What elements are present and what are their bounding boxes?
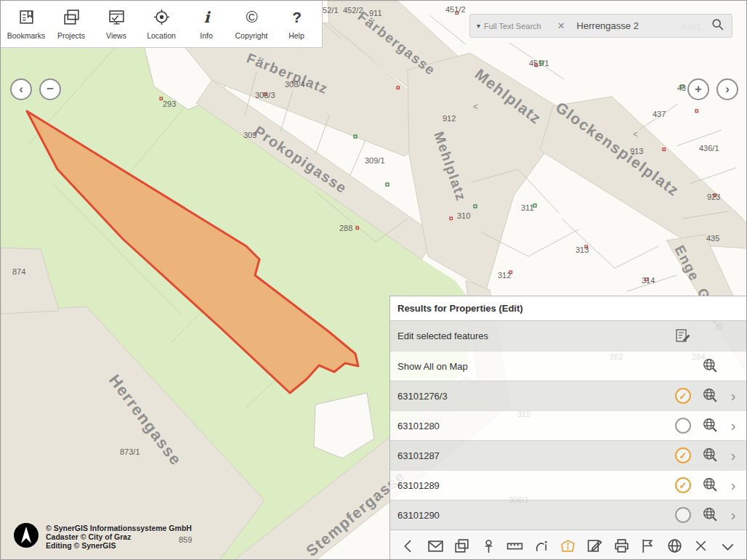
parcel-label: 314 [642, 276, 655, 285]
copy-features-icon[interactable] [453, 537, 471, 557]
action-label: Show All on Map [397, 361, 669, 372]
feature-id: 63101280 [397, 421, 669, 431]
parcel-label: 912 [443, 114, 456, 123]
toolbar-label: Location [147, 31, 176, 40]
pan-right-button[interactable]: › [716, 78, 738, 100]
feature-row[interactable]: 63101289 ✓ › [390, 470, 746, 500]
main-toolbar: Bookmarks Projects Views Location i Info… [1, 1, 323, 48]
chevron-right-icon[interactable]: › [724, 418, 742, 434]
views-icon [108, 8, 126, 29]
feature-select-toggle[interactable]: ✓ [675, 388, 691, 404]
magnifier-icon[interactable] [711, 17, 725, 35]
toolbar-label: Help [288, 31, 304, 40]
credit-line: © SynerGIS Informationssysteme GmbH [46, 524, 192, 532]
search-input[interactable]: Herrengasse 2 [577, 20, 711, 31]
feature-id: 63101276/3 [397, 391, 669, 402]
toolbar-label: Copyright [235, 31, 268, 40]
results-toolbar [390, 529, 746, 560]
svg-text:©: © [246, 8, 257, 26]
toolbar-item-help[interactable]: ? Help [274, 8, 319, 40]
globe-search-icon[interactable] [697, 506, 724, 524]
feature-id: 63101290 [397, 510, 669, 521]
search-bar: ▾ Full Text Search ✕ Herrengasse 2 [469, 14, 732, 38]
parcel-label: 451/2 [445, 5, 466, 14]
toolbar-label: Bookmarks [7, 31, 46, 40]
zoom-in-button[interactable]: + [687, 78, 709, 100]
map-credits: © SynerGIS Informationssysteme GmbH Cada… [13, 522, 192, 551]
action-edit-selected-features[interactable]: Edit selected features [390, 321, 746, 351]
copyright-icon: © [243, 8, 261, 29]
info-icon: i [198, 8, 216, 29]
send-mail-icon[interactable] [427, 537, 445, 557]
svg-text:i: i [203, 8, 211, 26]
toolbar-item-projects[interactable]: Projects [49, 8, 94, 40]
parcel-label: 310 [457, 211, 470, 220]
feature-row[interactable]: 63101280 › [390, 410, 746, 440]
feature-row[interactable]: 63101276/3 ✓ › [390, 381, 746, 410]
toolbar-item-location[interactable]: Location [139, 8, 184, 40]
results-panel-title: Results for Properties (Edit) [390, 296, 746, 321]
chevron-right-icon[interactable]: › [724, 388, 742, 405]
parcel-label: 309 [243, 131, 257, 139]
edit-icon[interactable] [586, 537, 604, 557]
toolbar-label: Projects [57, 31, 85, 40]
globe-icon[interactable] [666, 537, 684, 557]
parcel-label: 452/2 [343, 6, 363, 15]
feature-select-toggle[interactable] [675, 418, 691, 434]
back-icon[interactable] [400, 537, 418, 557]
pan-left-button[interactable]: ‹ [10, 78, 32, 100]
parcel-label: 923 [707, 192, 720, 201]
chevron-right-icon[interactable]: › [724, 447, 742, 464]
parcel-label: 874 [12, 267, 25, 276]
toolbar-item-info[interactable]: i Info [184, 8, 229, 40]
edit-attributes-icon[interactable] [669, 328, 697, 345]
zoom-out-button[interactable]: − [39, 78, 61, 100]
toolbar-label: Info [200, 31, 213, 40]
feature-id: 63101289 [397, 480, 669, 491]
parcel-label: 288 [339, 224, 352, 232]
toolbar-label: Views [106, 31, 126, 40]
chevron-right-icon[interactable]: › [724, 507, 742, 524]
search-mode-label[interactable]: Full Text Search [484, 22, 541, 31]
help-icon: ? [288, 8, 306, 29]
globe-search-icon[interactable] [697, 387, 724, 405]
pin-icon[interactable] [480, 537, 498, 557]
globe-search-icon[interactable] [697, 447, 724, 464]
close-icon[interactable] [692, 537, 710, 557]
direction-mark: < [633, 129, 638, 139]
search-mode-dropdown-icon[interactable]: ▾ [477, 22, 480, 30]
parcel-label: 312 [498, 271, 511, 280]
parcel-label: 293 [163, 100, 176, 108]
identify-polygon-icon[interactable] [559, 537, 577, 557]
toolbar-item-views[interactable]: Views [94, 8, 139, 40]
measure-icon[interactable] [506, 537, 524, 557]
globe-search-icon[interactable] [697, 476, 724, 494]
parcel-label: 311 [521, 203, 534, 212]
parcel-label: 435 [706, 234, 719, 243]
toolbar-item-copyright[interactable]: © Copyright [229, 8, 274, 40]
bookmarks-icon [17, 8, 36, 29]
flag-icon[interactable] [639, 537, 657, 557]
chevron-right-icon[interactable]: › [724, 477, 742, 494]
feature-row[interactable]: 63101290 › [390, 500, 746, 529]
action-show-all-on-map[interactable]: Show All on Map [390, 351, 746, 381]
feature-select-toggle[interactable] [675, 507, 691, 523]
print-icon[interactable] [613, 537, 631, 557]
toolbar-item-bookmarks[interactable]: Bookmarks [4, 8, 49, 40]
synergis-logo [13, 522, 39, 551]
collapse-icon[interactable] [719, 537, 737, 557]
parcel-label: 913 [630, 147, 643, 155]
globe-search-icon[interactable] [697, 417, 724, 434]
projects-icon [62, 8, 81, 29]
search-clear-icon[interactable]: ✕ [557, 20, 565, 31]
parcel-label: 437 [653, 110, 666, 118]
parcel-label: 911 [369, 9, 382, 17]
parcel-label: 308/4 [285, 80, 305, 89]
direction-mark: < [473, 102, 478, 112]
globe-search-icon[interactable] [697, 357, 724, 375]
parcel-label: 308/3 [255, 91, 275, 100]
feature-row[interactable]: 63101287 ✓ › [390, 440, 746, 470]
feature-select-toggle[interactable]: ✓ [675, 447, 691, 463]
identify-line-icon[interactable] [533, 537, 551, 557]
feature-select-toggle[interactable]: ✓ [675, 477, 691, 493]
